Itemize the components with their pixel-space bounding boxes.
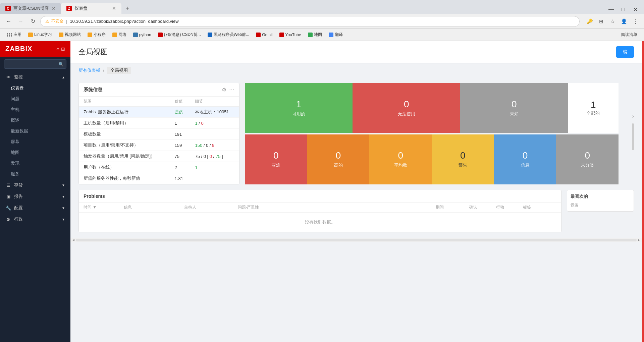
tab-bar: C 写文章-CSDN博客 ✕ Z 仪表盘 ✕ + — □ ✕ [0,0,644,14]
bookmark-mini-icon [88,33,92,37]
bookmark-gmail-icon [256,33,261,37]
scroll-arrow-up[interactable]: › [632,113,634,119]
col-host: 主持人 [184,205,238,210]
col-detail: 细节 [190,97,239,107]
search-input[interactable] [4,59,66,69]
bookmark-apps[interactable]: 应用 [4,31,24,39]
url-separator: | [66,19,67,24]
row-value: 75 [170,151,191,162]
bookmark-network[interactable]: 网络 [110,31,129,39]
profile-icon[interactable]: 👤 [619,17,629,26]
table-row: 项目数（启用/禁用/不支持） 159 150 / 0 / 9 [79,140,239,151]
back-button[interactable]: ← [4,17,13,26]
sidebar-services-label: 服务 [11,171,19,176]
row-detail: 1 [190,162,239,173]
translate-icon[interactable]: ⊞ [596,17,606,26]
status-unclassified[interactable]: 0 未分类 [556,134,619,185]
bookmark-video[interactable]: 视频网站 [56,31,84,39]
scroll-track[interactable] [76,239,637,241]
unclassified-count: 0 [585,150,590,161]
sidebar-latest-label: 最新数据 [11,128,28,133]
tab-close-csdn[interactable]: ✕ [52,6,56,11]
sidebar-item-maps[interactable]: 地图 [0,147,70,158]
config-icon: 🔧 [5,205,11,211]
tab-favicon-zabbix: Z [66,6,72,11]
status-disaster[interactable]: 0 灾难 [245,134,307,185]
sidebar-collapse-icon[interactable]: « [56,46,59,52]
host-availability-row: 1 可用的 0 无法使用 0 未知 1 全部的 [245,83,619,133]
bookmark-python[interactable]: python [130,32,154,38]
bookmark-translate[interactable]: 翻译 [326,31,345,39]
status-unknown[interactable]: 0 未知 [460,83,568,133]
row-name: Zabbix 服务器正在运行 [79,107,170,118]
status-info[interactable]: 0 信息 [494,134,556,185]
scroll-thumb[interactable] [632,123,634,150]
bookmark-miniprogram[interactable]: 小程序 [85,31,108,39]
address-input[interactable]: ⚠ 不安全 | 10.30.59.217/zabbix/zabbix.php?a… [40,16,580,27]
status-available[interactable]: 1 可用的 [245,83,353,133]
sidebar-item-discovery[interactable]: 发现 [0,158,70,169]
sidebar-item-problems[interactable]: 问题 [0,94,70,104]
status-warning[interactable]: 0 警告 [432,134,494,185]
row-detail: 1 / 0 [190,118,239,129]
logo-controls: « ⊞ [56,46,65,52]
tab-zabbix[interactable]: Z 仪表盘 ✕ [61,3,121,14]
inventory-arrow-icon: ▼ [62,183,65,187]
system-info-gear-icon[interactable]: ⚙ [222,87,226,93]
reload-button[interactable]: ↻ [28,17,38,26]
sidebar-group-admin[interactable]: ⚙ 行政 ▼ [0,214,70,225]
window-minimize[interactable]: — [606,5,616,14]
sidebar-overview-label: 概述 [11,118,19,123]
breadcrumb-current: 全局视图 [107,67,131,74]
bookmark-youtube[interactable]: YouTube [277,32,304,38]
status-total[interactable]: 1 全部的 [568,83,619,133]
tab-label-csdn: 写文章-CSDN博客 [13,5,49,11]
status-high[interactable]: 0 高的 [307,134,370,185]
scroll-left-arrow[interactable]: ◄ [71,238,76,242]
window-maximize[interactable]: □ [619,5,628,14]
sidebar-expand-icon[interactable]: ⊞ [61,46,65,52]
bookmark-gmail[interactable]: Gmail [253,32,275,38]
edit-button[interactable]: 编 [616,46,634,58]
sidebar-item-dashboard[interactable]: 仪表盘 [0,83,70,94]
col-time[interactable]: 时间 ▼ [84,205,124,210]
sidebar-item-services[interactable]: 服务 [0,169,70,179]
sidebar-admin-label: 行政 [14,216,23,222]
info-count: 0 [523,150,528,161]
status-average[interactable]: 0 平均数 [369,134,432,185]
sidebar-item-hosts[interactable]: 主机 [0,104,70,115]
forward-button[interactable]: → [16,17,25,26]
system-info-panel: 系统信息 ⚙ ⋯ 范围 价值 细节 [78,83,239,184]
sidebar-group-config[interactable]: 🔧 配置 ▼ [0,202,70,214]
tab-new-button[interactable]: + [121,3,133,14]
bookmark-maps[interactable]: 地图 [305,31,325,39]
sidebar-group-reports[interactable]: ▣ 报告 ▼ [0,191,70,202]
col-time-label: 时间 ▼ [84,205,97,210]
high-count: 0 [336,150,341,161]
breadcrumb-parent[interactable]: 所有仪表板 [78,67,100,73]
sidebar-item-screens[interactable]: 屏幕 [0,136,70,147]
system-info-more-icon[interactable]: ⋯ [229,87,234,93]
problems-row: Problems 时间 ▼ 信息 主持人 问题·严重性 [78,190,634,232]
sysinfo-table: 范围 价值 细节 Zabbix 服务器正在运行 是的 本地主机：10051 [79,97,239,184]
detail-red: 0 [201,121,204,126]
menu-icon[interactable]: ⋮ [631,17,640,26]
reading-list-bookmark[interactable]: 阅读清单 [619,31,640,39]
window-close[interactable]: ✕ [631,5,640,14]
bookmark-heima[interactable]: 黑马程序员Web前... [205,31,252,39]
sidebar-group-monitor[interactable]: 👁 监控 ▲ [0,71,70,83]
sidebar-item-latest[interactable]: 最新数据 [0,126,70,136]
bookmark-linux[interactable]: Linux学习 [25,31,55,39]
key-icon[interactable]: 🔑 [585,17,594,26]
sidebar-item-overview[interactable]: 概述 [0,115,70,126]
info-label: 信息 [521,162,530,168]
bottom-scrollbar: ◄ ► [70,238,642,242]
sidebar-group-inventory[interactable]: ☰ 存货 ▼ [0,179,70,191]
bookmark-csdn[interactable]: (7条消息) CSDN博... [155,31,204,39]
monitor-arrow-icon: ▲ [62,75,65,79]
tab-csdn[interactable]: C 写文章-CSDN博客 ✕ [0,3,61,14]
bookmark-star-icon[interactable]: ☆ [608,17,617,26]
tab-close-zabbix[interactable]: ✕ [112,6,116,11]
scroll-right-arrow[interactable]: ► [637,238,641,242]
status-unavailable[interactable]: 0 无法使用 [353,83,460,133]
